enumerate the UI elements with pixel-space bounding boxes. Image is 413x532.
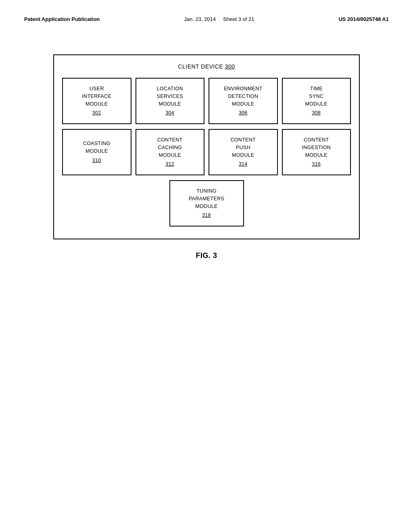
module-302: USER INTERFACE MODULE 302: [62, 78, 131, 124]
header-date-sheet: Jan. 23, 2014 Sheet 3 of 21: [184, 16, 254, 22]
diagram-container: CLIENT DEVICE 300 USER INTERFACE MODULE …: [53, 54, 360, 239]
header-date: Jan. 23, 2014: [184, 16, 216, 22]
page-header: Patent Application Publication Jan. 23, …: [0, 0, 413, 30]
modules-row-2: COASTING MODULE 310 CONTENT CACHING MODU…: [62, 129, 351, 175]
module-314: CONTENT PUSH MODULE 314: [209, 129, 278, 175]
module-312: CONTENT CACHING MODULE 312: [136, 129, 205, 175]
module-316: CONTENT INGESTION MODULE 316: [282, 129, 351, 175]
module-308: TIME SYNC MODULE 308: [282, 78, 351, 124]
client-device-number: 300: [225, 63, 235, 70]
client-device-label: CLIENT DEVICE 300: [62, 63, 351, 70]
bottom-row: TUNING PARAMETERS MODULE 318: [62, 180, 351, 227]
module-318: TUNING PARAMETERS MODULE 318: [169, 180, 244, 227]
header-patent-number: US 2014/0025748 A1: [338, 16, 389, 22]
module-310: COASTING MODULE 310: [62, 129, 131, 175]
figure-label: FIG. 3: [0, 251, 413, 260]
module-306: ENVIRONMENT DETECTION MODULE 306: [209, 78, 278, 124]
header-publication-type: Patent Application Publication: [24, 16, 100, 22]
module-304: LOCATION SERVICES MODULE 304: [136, 78, 205, 124]
modules-row-1: USER INTERFACE MODULE 302 LOCATION SERVI…: [62, 78, 351, 124]
header-sheet: Sheet 3 of 21: [223, 16, 254, 22]
